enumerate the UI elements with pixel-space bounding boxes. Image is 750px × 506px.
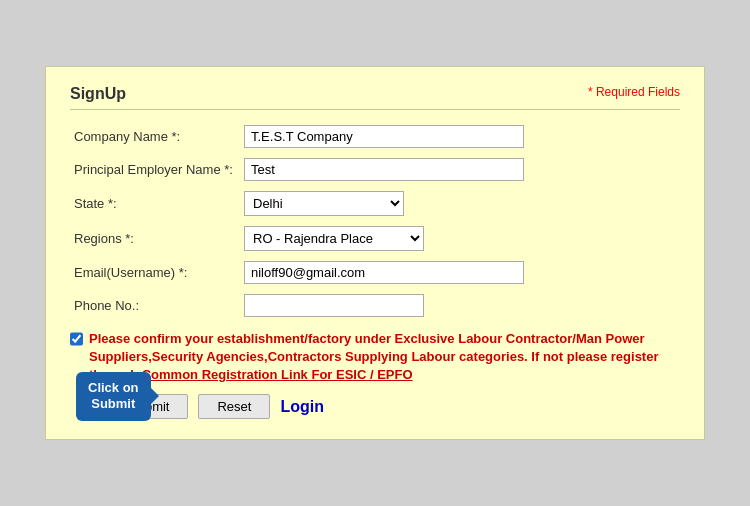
confirm-row: Please confirm your establishment/factor…: [70, 330, 680, 385]
state-label: State *:: [70, 186, 240, 221]
confirm-link[interactable]: Common Registration Link For ESIC / EPFO: [142, 367, 413, 382]
tooltip-line2: Submit: [91, 396, 135, 411]
page-wrapper: SignUp * Required Fields Company Name *:…: [0, 0, 750, 506]
employer-name-label: Principal Employer Name *:: [70, 153, 240, 186]
email-row: Email(Username) *:: [70, 256, 680, 289]
signup-form-container: SignUp * Required Fields Company Name *:…: [45, 66, 705, 441]
state-field: Delhi: [240, 186, 680, 221]
regions-row: Regions *: RO - Rajendra Place: [70, 221, 680, 256]
employer-name-row: Principal Employer Name *:: [70, 153, 680, 186]
reset-button[interactable]: Reset: [198, 394, 270, 419]
company-name-input[interactable]: [244, 125, 524, 148]
phone-field: [240, 289, 680, 322]
phone-row: Phone No.:: [70, 289, 680, 322]
regions-select[interactable]: RO - Rajendra Place: [244, 226, 424, 251]
state-row: State *: Delhi: [70, 186, 680, 221]
login-link[interactable]: Login: [280, 398, 324, 416]
tooltip-bubble: Click on Submit: [76, 372, 151, 422]
email-input[interactable]: [244, 261, 524, 284]
regions-field: RO - Rajendra Place: [240, 221, 680, 256]
form-table: Company Name *: Principal Employer Name …: [70, 120, 680, 322]
state-select[interactable]: Delhi: [244, 191, 404, 216]
phone-label: Phone No.:: [70, 289, 240, 322]
phone-input[interactable]: [244, 294, 424, 317]
company-name-row: Company Name *:: [70, 120, 680, 153]
company-name-label: Company Name *:: [70, 120, 240, 153]
divider: [70, 109, 680, 110]
email-label: Email(Username) *:: [70, 256, 240, 289]
tooltip-wrapper: Click on Submit: [76, 372, 151, 422]
company-name-field: [240, 120, 680, 153]
tooltip-line1: Click on: [88, 380, 139, 395]
employer-name-field: [240, 153, 680, 186]
email-field: [240, 256, 680, 289]
confirm-checkbox[interactable]: [70, 332, 83, 346]
confirm-text: Please confirm your establishment/factor…: [89, 330, 680, 385]
regions-label: Regions *:: [70, 221, 240, 256]
required-note: * Required Fields: [588, 85, 680, 99]
employer-name-input[interactable]: [244, 158, 524, 181]
